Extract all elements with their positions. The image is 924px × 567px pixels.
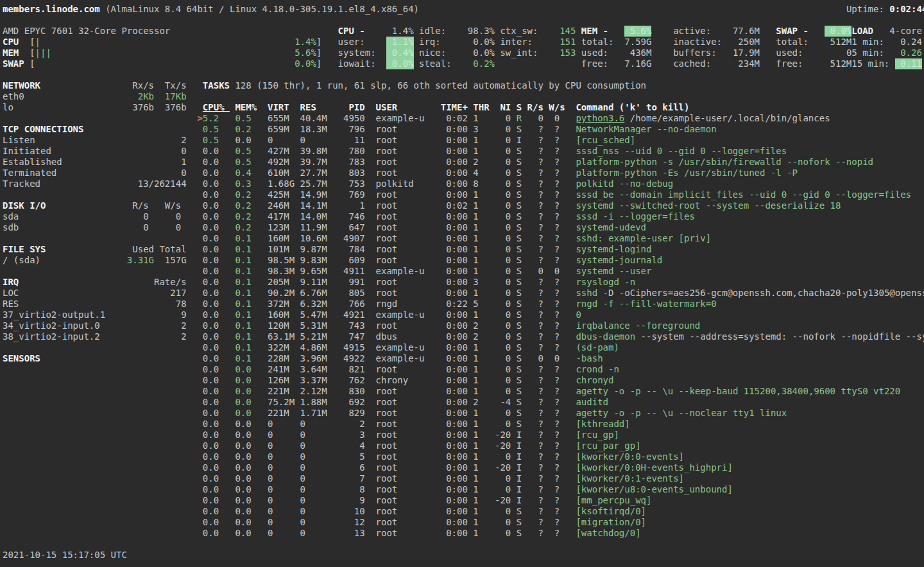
proc-pid: 1 (359, 200, 364, 211)
proc-threads: 1 (473, 342, 478, 353)
disk-name: sdb (3, 222, 19, 233)
proc-state: S (517, 353, 522, 364)
proc-time: 0:00 (446, 179, 468, 189)
proc-pid: 830 (348, 386, 364, 397)
proc-res: 5.47M (300, 310, 327, 320)
proc-virt: 0 (268, 528, 273, 539)
proc-state: S (517, 375, 522, 386)
irq-name: 37_virtio2-output.1 (3, 310, 105, 320)
proc-threads: 1 (473, 484, 478, 495)
proc-command: 0 (576, 310, 581, 320)
proc-time: 0:00 (446, 211, 468, 222)
proc-time: 0:00 (446, 441, 468, 451)
mem_right-label: active: (673, 26, 711, 37)
proc-state: S (517, 364, 522, 375)
proc-pid: 780 (348, 146, 364, 157)
process-row: 0.00.0221M2.12M830root0:0010S??agetty -o… (3, 386, 924, 397)
proc-time: 0:00 (446, 135, 468, 146)
proc-user: polkitd (376, 179, 414, 189)
proc-mem-percent: 0.0 (235, 528, 251, 539)
proc-command-args: -o -p -- \u --noclear tty1 linux (608, 408, 787, 419)
proc-state: S (517, 266, 522, 277)
proc-time: 0:00 (446, 244, 468, 255)
proc-command: rsyslogd (576, 277, 619, 288)
filesys-total: 157G (165, 255, 187, 266)
proc-threads: 1 (473, 189, 478, 200)
col-header-res: RES (300, 102, 316, 113)
cpu_right-label: ctx_sw: (500, 26, 538, 37)
proc-state: S (517, 211, 522, 222)
proc-pid: 4911 (343, 266, 365, 277)
proc-nice: -20 (495, 430, 511, 441)
proc-state: S (517, 408, 522, 419)
proc-pid: 6 (359, 462, 364, 473)
network-interface: lo (3, 102, 13, 113)
process-row: 0.00.0003root0:001-20I??[rcu_gp] (3, 430, 924, 441)
proc-user: root (376, 222, 398, 233)
proc-write-rate: ? (554, 441, 560, 451)
proc-command-args: -D -oCiphers=aes256-gcm@openssh.com,chac… (597, 288, 924, 299)
proc-command: rngd (576, 299, 597, 310)
cpu_mid-label: irq: (419, 37, 441, 48)
proc-time: 0:00 (446, 124, 468, 135)
gauge-value: 5.6% (295, 48, 316, 58)
proc-read-rate: ? (538, 331, 543, 342)
terminal-line (3, 561, 924, 567)
proc-mem-percent: 0.1 (235, 277, 251, 288)
proc-cpu-percent: 0.0 (203, 506, 219, 517)
col-header-r-s: R/s (527, 102, 543, 113)
gauge-bars: | (35, 37, 40, 48)
proc-command-args: --no-debug (613, 179, 673, 189)
proc-write-rate: ? (554, 244, 560, 255)
proc-threads: 1 (473, 451, 478, 462)
proc-mem-percent: 0.2 (235, 222, 251, 233)
uptime-value: 0:02:44 (889, 4, 924, 15)
proc-state: I (517, 473, 522, 484)
proc-threads: 1 (473, 353, 478, 364)
proc-user: root (376, 364, 398, 375)
proc-user: root (376, 419, 398, 430)
proc-mem-percent: 0.2 (235, 200, 251, 211)
proc-write-rate: ? (554, 495, 560, 506)
proc-res: 1.88M (300, 397, 327, 408)
proc-threads: 1 (473, 517, 478, 528)
proc-command-args: /home/example-user/.local/bin/glances (624, 113, 830, 124)
proc-time: 0:02 (446, 113, 468, 124)
process-row: 37_virtio2-output.190.00.1160M5.47M4921e… (3, 310, 924, 320)
proc-nice: 0 (506, 255, 511, 266)
proc-virt: 0 (268, 441, 273, 451)
proc-mem-percent: 0.0 (235, 397, 251, 408)
terminal-line: 2021-10-15 15:17:05 UTC (3, 550, 924, 561)
mem_left-label: MEM - (581, 26, 608, 37)
proc-nice: 0 (506, 320, 511, 331)
proc-virt: 98.3M (268, 266, 295, 277)
proc-res: 0 (300, 517, 305, 528)
cpu_left-label: user: (338, 37, 365, 48)
proc-write-rate: ? (554, 484, 560, 495)
proc-read-rate: ? (538, 233, 543, 244)
glances-terminal[interactable]: members.linode.com(AlmaLinux 8.4 64bit /… (0, 0, 924, 567)
proc-mem-percent: 0.5 (235, 146, 251, 157)
process-row: IRQRate/s0.00.1205M9.11M991root0:0030S??… (3, 277, 924, 288)
proc-pid: 796 (348, 124, 364, 135)
proc-threads: 8 (473, 179, 478, 189)
proc-command: irqbalance (576, 320, 629, 331)
proc-mem-percent: 0.1 (235, 353, 251, 364)
proc-mem-percent: 0.0 (235, 408, 251, 419)
proc-cpu-percent: 0.0 (203, 375, 219, 386)
proc-time: 0:00 (446, 462, 468, 473)
proc-read-rate: ? (538, 320, 543, 331)
proc-command: [migration/0] (576, 517, 646, 528)
proc-write-rate: ? (554, 135, 560, 146)
proc-pid: 5 (359, 451, 364, 462)
proc-command: python3.6 (576, 113, 624, 124)
network-rx: 2Kb (138, 91, 154, 102)
proc-pid: 762 (348, 375, 364, 386)
proc-threads: 1 (473, 211, 478, 222)
process-row: 0.00.0004root0:001-20I??[rcu_par_gp] (3, 441, 924, 451)
proc-user: root (376, 441, 398, 451)
proc-state: S (517, 320, 522, 331)
proc-read-rate: ? (538, 364, 543, 375)
proc-time: 0:00 (446, 397, 468, 408)
proc-cpu-percent: 0.0 (203, 320, 219, 331)
